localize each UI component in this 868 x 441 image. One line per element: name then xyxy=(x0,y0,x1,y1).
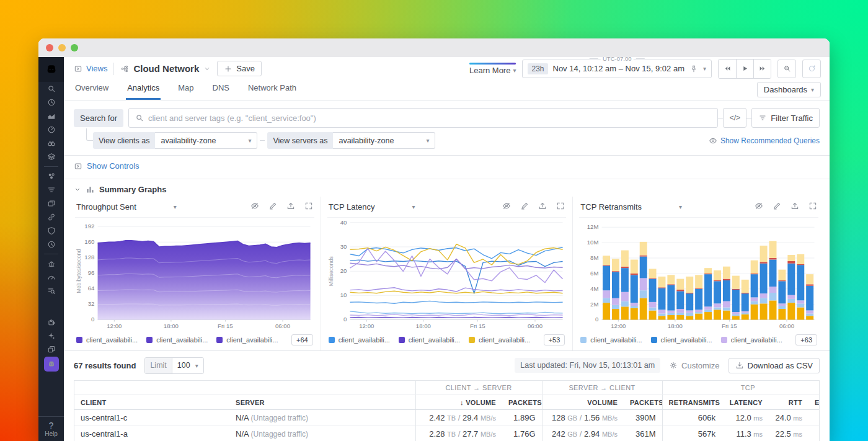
sidebar-item-workflows-copy[interactable] xyxy=(38,342,64,356)
sidebar-item-infrastructure-layers[interactable] xyxy=(38,150,64,164)
sidebar-item-help[interactable]: ? Help xyxy=(38,416,64,437)
view-clients-as-select[interactable]: availability-zone▾ xyxy=(155,132,257,149)
sidebar-item-integrations-puzzle[interactable] xyxy=(38,315,64,329)
col-sc-packets[interactable]: PACKETS xyxy=(624,395,662,410)
expand-chart-icon[interactable] xyxy=(304,202,313,213)
datadog-logo[interactable] xyxy=(38,57,64,82)
sidebar-item-bug[interactable] xyxy=(38,257,64,270)
throughput-sent-chart[interactable]: 032649612816019212:0018:00Fri 1506:00Meb… xyxy=(75,218,314,333)
edit-chart-icon[interactable] xyxy=(268,202,277,213)
sidebar-item-log-search[interactable] xyxy=(38,284,64,298)
close-window-button[interactable] xyxy=(46,44,53,51)
sidebar-item-network-map[interactable] xyxy=(38,169,64,183)
col-latency[interactable]: LATENCY xyxy=(722,395,769,410)
save-button[interactable]: Save xyxy=(217,61,262,76)
tab-map[interactable]: Map xyxy=(177,83,195,100)
sidebar-item-apm-chain[interactable] xyxy=(38,210,64,224)
col-rtt[interactable]: RTT xyxy=(769,395,808,410)
show-recommended-queries-link[interactable]: Show Recommended Queries xyxy=(709,136,820,145)
hide-chart-icon[interactable] xyxy=(755,202,763,213)
tab-network-path[interactable]: Network Path xyxy=(247,83,298,100)
legend-item[interactable]: client_availabili... xyxy=(580,336,642,344)
tab-analytics[interactable]: Analytics xyxy=(126,83,161,100)
zoom-out-button[interactable] xyxy=(777,60,796,78)
sidebar-item-app-dog[interactable] xyxy=(38,356,64,372)
export-chart-icon[interactable] xyxy=(790,202,799,213)
time-picker[interactable]: UTC-07:00 23h Nov 14, 10:12 am – Nov 15,… xyxy=(522,60,712,78)
legend-item[interactable]: client_availabili... xyxy=(721,336,782,344)
zoom-window-button[interactable] xyxy=(71,44,78,51)
search-input[interactable] xyxy=(148,114,711,123)
summary-graphs-header[interactable]: Summary Graphs xyxy=(64,179,830,195)
edit-chart-icon[interactable] xyxy=(773,202,781,213)
chart-metric-select[interactable]: Throughput Sent▾ xyxy=(76,202,177,212)
sidebar-item-watchdog-binoculars[interactable] xyxy=(38,136,64,150)
tcp-retransmits-chart[interactable]: 02M4M6M8M10M12M12:0018:00Fri 1506:00 xyxy=(579,218,818,333)
sidebar-item-watchdog-gauge[interactable] xyxy=(38,123,64,136)
dashboards-button[interactable]: Dashboards▾ xyxy=(757,82,821,97)
col-retransmits[interactable]: RETRANSMITS xyxy=(662,395,722,410)
sidebar-item-processes[interactable] xyxy=(38,197,64,210)
legend-more-badge[interactable]: +53 xyxy=(544,334,565,345)
chart-metric-select[interactable]: TCP Latency▾ xyxy=(329,202,415,212)
time-play-button[interactable] xyxy=(736,60,753,78)
sidebar-item-profiling-meter[interactable] xyxy=(38,270,64,284)
download-csv-button[interactable]: Download as CSV xyxy=(728,358,820,373)
refresh-button[interactable] xyxy=(802,60,821,78)
legend-more-badge[interactable]: +63 xyxy=(795,334,817,345)
tab-dns[interactable]: DNS xyxy=(211,83,231,100)
sidebar-item-synthetics-clock[interactable] xyxy=(38,238,64,251)
legend-item[interactable]: client_availabili... xyxy=(76,336,138,344)
sidebar-item-search[interactable] xyxy=(38,82,64,96)
col-server[interactable]: SERVER xyxy=(229,395,415,410)
col-cs-volume-sorted[interactable]: ↓ VOLUME xyxy=(415,395,502,410)
filter-traffic-button[interactable]: Filter Traffic xyxy=(751,108,820,128)
cell-client[interactable]: us-central1-a xyxy=(74,426,229,441)
query-syntax-button[interactable]: </> xyxy=(723,108,746,128)
view-servers-as-select[interactable]: availability-zone▾ xyxy=(333,132,435,149)
legend-item[interactable]: client_availabili... xyxy=(216,336,278,344)
legend-more-badge[interactable]: +64 xyxy=(291,334,313,345)
col-cs-packets[interactable]: PACKETS xyxy=(502,395,542,410)
expand-chart-icon[interactable] xyxy=(808,202,817,213)
hide-chart-icon[interactable] xyxy=(250,202,259,213)
legend-item[interactable]: client_availabili... xyxy=(146,336,208,344)
show-controls-link[interactable]: Show Controls xyxy=(74,161,140,171)
time-forward-button[interactable] xyxy=(753,60,771,78)
col-sc-volume[interactable]: VOLUME xyxy=(542,395,624,410)
views-button[interactable]: Views xyxy=(74,64,107,73)
pin-icon[interactable] xyxy=(689,65,698,73)
svg-text:40: 40 xyxy=(340,218,347,225)
minimize-window-button[interactable] xyxy=(58,44,66,51)
learn-more-dropdown[interactable]: Learn More▾ xyxy=(469,63,516,75)
page-title[interactable]: Cloud Network xyxy=(120,63,211,74)
time-back-button[interactable] xyxy=(719,60,736,78)
legend-item[interactable]: client_availabili... xyxy=(469,336,530,344)
legend-item[interactable]: client_availabili... xyxy=(399,336,460,344)
customize-button[interactable]: Customize xyxy=(669,361,719,370)
search-box[interactable] xyxy=(128,108,718,128)
tcp-latency-chart[interactable]: 01020304012:0018:00Fri 1506:00Millisecon… xyxy=(327,218,567,333)
hide-chart-icon[interactable] xyxy=(502,202,511,213)
sidebar-item-ai-sparkle[interactable] xyxy=(38,329,64,342)
table-row[interactable]: us-central1-c N/A (Untagged traffic) 2.4… xyxy=(74,410,820,426)
table-row[interactable]: us-central1-a N/A (Untagged traffic) 2.2… xyxy=(74,426,820,441)
sidebar-item-metrics[interactable] xyxy=(38,109,64,123)
col-est[interactable]: EST. xyxy=(808,395,820,410)
legend-item[interactable]: client_availabili... xyxy=(651,336,712,344)
export-chart-icon[interactable] xyxy=(286,202,295,213)
edit-chart-icon[interactable] xyxy=(520,202,529,213)
cell-client[interactable]: us-central1-c xyxy=(74,410,229,426)
legend-item[interactable]: client_availabili... xyxy=(329,336,390,344)
col-client[interactable]: CLIENT xyxy=(74,395,229,410)
cell-server[interactable]: N/A (Untagged traffic) xyxy=(229,410,415,426)
chart-metric-select[interactable]: TCP Retransmits▾ xyxy=(580,202,682,212)
sidebar-item-history[interactable] xyxy=(38,96,64,109)
tab-overview[interactable]: Overview xyxy=(74,83,110,100)
export-chart-icon[interactable] xyxy=(538,202,547,213)
expand-chart-icon[interactable] xyxy=(556,202,565,213)
limit-select[interactable]: 100▾ xyxy=(172,358,203,373)
cell-server[interactable]: N/A (Untagged traffic) xyxy=(229,426,415,441)
sidebar-item-traffic-antenna[interactable] xyxy=(38,183,64,197)
sidebar-item-security-shield[interactable] xyxy=(38,224,64,238)
